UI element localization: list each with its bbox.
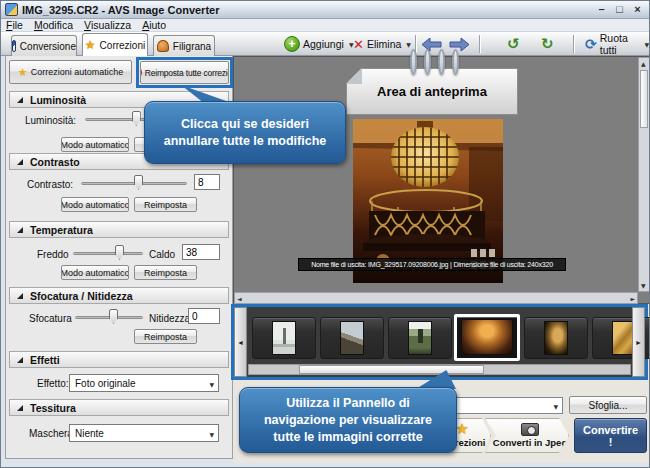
slider-track[interactable]: [73, 252, 143, 255]
temperature-slider[interactable]: [73, 245, 143, 261]
nav-horizontal-scrollbar[interactable]: [248, 364, 631, 375]
browse-button[interactable]: Sfoglia...: [569, 396, 647, 414]
thumbnail-mask[interactable]: [524, 317, 588, 359]
callout-text: navigazione per visualizzare: [240, 412, 456, 429]
toolbar-separator: [479, 35, 480, 53]
title-bar[interactable]: IMG_3295.CR2 - AVS Image Converter – □ ×: [1, 1, 649, 19]
tab-filigrana[interactable]: Filigrana: [153, 35, 215, 56]
maximize-button[interactable]: □: [613, 2, 626, 16]
thumbnail-photo: [340, 321, 364, 355]
section-header-effects[interactable]: Effetti: [9, 351, 229, 368]
app-icon: [5, 3, 18, 16]
mask-combo[interactable]: Niente ▼: [69, 424, 219, 442]
luminosity-auto-button[interactable]: Modo automatico: [61, 137, 129, 152]
close-button[interactable]: ×: [631, 2, 644, 16]
chevron-down-icon[interactable]: ▼: [406, 41, 411, 48]
contrast-slider[interactable]: [81, 175, 187, 191]
scroll-left-icon[interactable]: ◄: [237, 295, 242, 302]
step-convert-jpeg[interactable]: Converti in Jpeg: [485, 418, 569, 453]
blur-reset-button[interactable]: Reimposta: [134, 329, 197, 344]
thumbnail-photo: [544, 321, 568, 355]
auto-corrections-button[interactable]: ★ Correzioni automatiche: [9, 60, 132, 84]
thumbnail-statue[interactable]: [252, 317, 316, 359]
rotate-right-button[interactable]: ↻: [541, 32, 554, 56]
callout-text: Utilizza il Pannello di: [240, 395, 456, 412]
rotate-all-label: Ruota tutti: [600, 32, 640, 56]
thumbnail-park[interactable]: [388, 317, 452, 359]
section-header-texture[interactable]: Tessitura: [9, 399, 229, 416]
luminosity-label: Luminosità:: [25, 115, 76, 126]
mask-value: Niente: [75, 428, 104, 439]
convert-button[interactable]: Convertire !: [574, 418, 647, 453]
contrast-label: Contrasto:: [27, 179, 73, 190]
scroll-right-icon[interactable]: ►: [630, 295, 635, 302]
reset-all-corrections-button[interactable]: Reimposta tutte correzioni: [140, 61, 229, 84]
menu-visualizza[interactable]: Visualizza: [84, 19, 131, 31]
add-button[interactable]: + Aggiungi ▼: [284, 32, 354, 56]
sharpness-label: Nitidezza: [149, 313, 190, 324]
menu-modifica[interactable]: Modifica: [34, 19, 73, 31]
effect-combo[interactable]: Foto originale ▼: [69, 374, 219, 392]
section-title: Contrasto: [30, 156, 80, 168]
menu-aiuto[interactable]: Aiuto: [142, 19, 166, 31]
conversion-icon: [12, 40, 16, 52]
collapse-triangle-icon: [17, 227, 23, 233]
delete-label: Elimina: [367, 38, 401, 50]
delete-icon: ✕: [353, 37, 364, 52]
tab-correzioni[interactable]: ★ Correzioni: [82, 33, 148, 56]
warm-label: Caldo: [149, 249, 175, 260]
section-title: Sfocatura / Nitidezza: [30, 290, 133, 302]
slider-thumb[interactable]: [109, 309, 118, 324]
slider-thumb[interactable]: [134, 175, 143, 190]
slider-thumb[interactable]: [115, 245, 124, 260]
tab-label: Correzioni: [100, 40, 146, 51]
arrow-right-icon: ►: [635, 339, 642, 346]
menu-file[interactable]: File: [6, 19, 23, 31]
rotate-all-icon: ⟳: [585, 36, 597, 52]
temperature-auto-button[interactable]: Modo automatico: [61, 265, 129, 280]
collapse-triangle-icon: [17, 405, 23, 411]
thumbnail-lamp-selected[interactable]: [454, 314, 520, 361]
nav-scroll-left-button[interactable]: ◄: [234, 307, 247, 377]
contrast-auto-button[interactable]: Modo automatico: [61, 197, 129, 212]
nav-scroll-right-button[interactable]: ►: [632, 307, 645, 377]
blur-value-input[interactable]: [188, 308, 220, 324]
step-label: Converti in Jpeg: [493, 437, 567, 448]
navigation-panel: ◄ ►: [231, 304, 648, 380]
reset-callout: Clicca qui se desideri annullare tutte l…: [144, 101, 346, 164]
scrollbar-thumb[interactable]: [299, 365, 484, 374]
scroll-down-icon[interactable]: ▼: [641, 282, 646, 289]
blur-slider[interactable]: [75, 309, 143, 325]
rotate-left-button[interactable]: ↺: [507, 32, 520, 56]
section-header-temperature[interactable]: Temperatura: [9, 221, 229, 238]
chevron-down-icon: ▼: [209, 381, 214, 388]
section-header-blur-sharpness[interactable]: Sfocatura / Nitidezza: [9, 287, 229, 304]
slider-thumb[interactable]: [132, 111, 141, 126]
chevron-down-icon[interactable]: ▼: [644, 41, 649, 48]
delete-button[interactable]: ✕ Elimina ▼: [353, 32, 411, 56]
scroll-up-icon[interactable]: ▲: [641, 60, 646, 67]
collapse-triangle-icon: [17, 159, 23, 165]
effect-label: Effetto:: [37, 378, 69, 389]
preview-horizontal-scrollbar[interactable]: ◄ ►: [234, 292, 638, 304]
camera-icon: [521, 423, 539, 436]
contrast-reset-button[interactable]: Reimposta: [134, 197, 197, 212]
thumbnail-photo: [461, 319, 513, 355]
collapse-triangle-icon: [17, 293, 23, 299]
temperature-reset-button[interactable]: Reimposta: [134, 265, 197, 280]
effect-value: Foto originale: [75, 378, 136, 389]
add-label: Aggiungi: [303, 38, 344, 50]
arrow-right-icon: [448, 37, 470, 52]
preview-vertical-scrollbar[interactable]: ▲ ▼: [638, 57, 650, 292]
tab-conversione[interactable]: Conversione: [11, 35, 77, 56]
scrollbar-thumb[interactable]: [640, 70, 648, 128]
output-info-bar: Nome file di uscita: IMG_329517.09208006…: [298, 258, 566, 271]
contrast-value-input[interactable]: [194, 174, 220, 190]
minimize-button[interactable]: –: [595, 2, 608, 16]
temperature-value-input[interactable]: [182, 244, 220, 260]
binder-ring-icon: [410, 49, 417, 75]
rotate-left-icon: ↺: [507, 35, 520, 53]
next-image-button[interactable]: [448, 32, 470, 56]
thumbnail-pier[interactable]: [320, 317, 384, 359]
rotate-all-button[interactable]: ⟳ Ruota tutti ▼: [585, 32, 649, 56]
